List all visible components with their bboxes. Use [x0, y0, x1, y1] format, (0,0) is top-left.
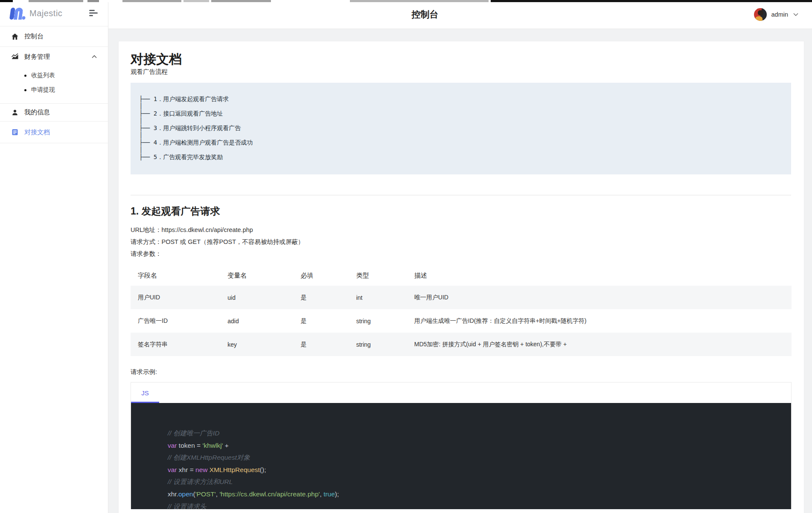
- params-table: 字段名变量名必填类型描述 用户UIDuid是int唯一用户UID广告唯一IDad…: [131, 265, 792, 356]
- brand-name: Majestic: [29, 9, 62, 18]
- sidebar-item-label: 财务管理: [24, 53, 50, 61]
- params-label: 请求参数：: [131, 249, 791, 258]
- sidebar-collapse-icon[interactable]: [89, 10, 98, 17]
- sidebar-item-label: 我的信息: [24, 108, 50, 116]
- table-cell: 是: [293, 333, 349, 356]
- sidebar-item-withdraw[interactable]: 申请提现: [0, 83, 108, 97]
- sidebar-header: Majestic: [0, 0, 108, 26]
- url-line: URL地址：https://cs.dkewl.cn/api/create.php: [131, 226, 791, 235]
- table-cell: 是: [293, 309, 349, 333]
- column-header: 描述: [407, 265, 792, 286]
- table-cell: 签名字符串: [131, 333, 220, 356]
- flow-diagram: ├── 1．用户端发起观看广告请求 │ ├── 2．接口返回观看广告地址 │ ├…: [131, 83, 791, 174]
- active-tab-indicator: [131, 402, 159, 403]
- table-cell: string: [349, 309, 407, 333]
- table-cell: 是: [293, 286, 349, 309]
- bullet-icon: [24, 75, 26, 77]
- section-divider: [131, 195, 791, 195]
- majestic-logo-icon: [9, 7, 26, 20]
- code-line: // 创建XMLHttpRequest对象: [168, 452, 783, 464]
- code-line: // 设置请求头: [168, 501, 783, 509]
- table-cell: string: [349, 333, 407, 356]
- sidebar-item-label: 对接文档: [24, 128, 50, 136]
- sidebar-item-earnings-list[interactable]: 收益列表: [0, 68, 108, 83]
- brand-logo[interactable]: Majestic: [10, 7, 62, 20]
- document-icon: [11, 128, 19, 136]
- code-line: xhr.open('POST', 'https://cs.dkewl.cn/ap…: [168, 488, 783, 501]
- section-heading: 1. 发起观看广告请求: [131, 205, 791, 218]
- table-row: 用户UIDuid是int唯一用户UID: [131, 286, 792, 309]
- table-cell: 用户UID: [131, 286, 220, 309]
- top-header: 控制台 admin: [108, 0, 812, 29]
- flow-label: 观看广告流程: [131, 68, 791, 76]
- chevron-down-icon[interactable]: [793, 13, 798, 16]
- column-header: 类型: [349, 265, 407, 286]
- sidebar-item-label: 控制台: [24, 32, 44, 41]
- page-title: 控制台: [412, 9, 439, 20]
- table-row: 广告唯一IDadid是string用户端生成唯一广告ID(推荐：自定义自字符串+…: [131, 309, 792, 333]
- code-line: var xhr = new XMLHttpRequest();: [168, 464, 783, 476]
- sidebar-item-finance[interactable]: 财务管理: [0, 47, 108, 67]
- doc-title: 对接文档: [131, 41, 791, 68]
- table-cell: int: [349, 286, 407, 309]
- table-cell: uid: [220, 286, 293, 309]
- submenu-item-label: 收益列表: [31, 72, 55, 79]
- bullet-icon: [24, 89, 26, 91]
- code-line: // 设置请求方法和URL: [168, 476, 783, 488]
- code-line: // 创建唯一广告ID: [168, 427, 783, 440]
- submenu-item-label: 申请提现: [31, 86, 55, 94]
- avatar[interactable]: [754, 8, 767, 21]
- main-area: 对接文档 观看广告流程 ├── 1．用户端发起观看广告请求 │ ├── 2．接口…: [108, 29, 812, 513]
- table-row: 签名字符串key是stringMD5加密: 拼接方式(uid + 用户签名密钥 …: [131, 333, 792, 356]
- code-tab-bar: JS: [131, 383, 791, 403]
- table-cell: adid: [220, 309, 293, 333]
- column-header: 变量名: [220, 265, 293, 286]
- sidebar: Majestic 控制台 财务管理 收益列表 申请提现: [0, 0, 108, 513]
- code-editor: // 创建唯一广告IDvar token = 'khwlkj' +// 创建XM…: [131, 403, 791, 509]
- finance-submenu: 收益列表 申请提现: [0, 67, 108, 104]
- table-header-row: 字段名变量名必填类型描述: [131, 265, 792, 286]
- home-icon: [11, 33, 19, 41]
- table-cell: key: [220, 333, 293, 356]
- chart-icon: [11, 53, 19, 61]
- tab-js[interactable]: JS: [131, 383, 159, 403]
- tab-js-label: JS: [141, 389, 149, 397]
- content-card: 对接文档 观看广告流程 ├── 1．用户端发起观看广告请求 │ ├── 2．接口…: [118, 41, 804, 513]
- code-line: var token = 'khwlkj' +: [168, 440, 783, 452]
- code-block: JS // 创建唯一广告IDvar token = 'khwlkj' +// 创…: [131, 382, 792, 509]
- table-cell: 广告唯一ID: [131, 309, 220, 333]
- column-header: 必填: [293, 265, 349, 286]
- table-cell: 用户端生成唯一广告ID(推荐：自定义自字符串+时间戳+随机字符): [407, 309, 792, 333]
- method-line: 请求方式：POST 或 GET（推荐POST，不容易被劫持或屏蔽）: [131, 238, 791, 246]
- user-name: admin: [771, 11, 789, 18]
- table-cell: MD5加密: 拼接方式(uid + 用户签名密钥 + token),不要带 +: [407, 333, 792, 356]
- chevron-up-icon[interactable]: [92, 55, 97, 58]
- example-label: 请求示例:: [131, 368, 791, 376]
- user-icon: [11, 109, 19, 116]
- browser-edge-strip: [0, 0, 812, 2]
- sidebar-item-docs[interactable]: 对接文档: [0, 122, 108, 143]
- table-cell: 唯一用户UID: [407, 286, 792, 309]
- sidebar-item-dashboard[interactable]: 控制台: [0, 26, 108, 47]
- sidebar-item-my-info[interactable]: 我的信息: [0, 104, 108, 122]
- column-header: 字段名: [131, 265, 220, 286]
- user-menu[interactable]: admin: [754, 8, 799, 21]
